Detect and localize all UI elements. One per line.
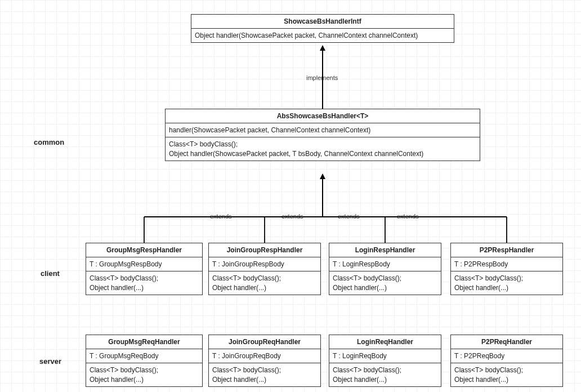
class-method: Class<T> bodyClass(); [454,366,559,375]
class-box-AbsShowcaseBsHandler: AbsShowcaseBsHandler<T> handler(Showcase… [165,109,480,161]
class-typeparam: T : LoginRespBody [329,257,441,271]
class-typeparam: T : JoinGroupRespBody [209,257,320,271]
class-method: Object handler(...) [454,283,559,292]
class-methods: Class<T> bodyClass(); Object handler(...… [209,271,320,294]
class-title: LoginReqHandler [329,335,441,349]
class-method: handler(ShowcasePacket packet, ChannelCo… [166,123,480,137]
class-method: Class<T> bodyClass(); [212,274,317,283]
edge-label-extends: extends [338,213,360,220]
class-typeparam: T : P2PRespBody [451,257,562,271]
class-abstract-methods: Class<T> bodyClass(); Object handler(Sho… [166,137,480,160]
class-methods: Class<T> bodyClass(); Object handler(...… [209,363,320,386]
class-method: Class<T> bodyClass(); [169,140,476,149]
diagram-canvas: common client server ShowcaseBsHandlerIn… [0,0,581,392]
class-title: GroupMsgReqHandler [86,335,202,349]
class-box-JoinGroupRespHandler: JoinGroupRespHandler T : JoinGroupRespBo… [208,243,321,295]
class-methods: Class<T> bodyClass(); Object handler(...… [329,363,441,386]
connector-overlay [0,0,581,392]
class-method: Object handler(...) [212,375,317,384]
class-box-JoinGroupReqHandler: JoinGroupReqHandler T : JoinGroupReqBody… [208,335,321,387]
class-method: Object handler(...) [90,283,199,292]
class-methods: Class<T> bodyClass(); Object handler(...… [451,271,562,294]
class-box-ShowcaseBsHandlerIntf: ShowcaseBsHandlerIntf Object handler(Sho… [191,14,454,43]
class-methods: Class<T> bodyClass(); Object handler(...… [451,363,562,386]
class-box-LoginReqHandler: LoginReqHandler T : LoginReqBody Class<T… [329,335,441,387]
class-method: Object handler(...) [90,375,199,384]
edge-label-extends: extends [397,213,419,220]
class-box-GroupMsgRespHandler: GroupMsgRespHandler T : GroupMsgRespBody… [86,243,203,295]
edge-label-implements: implements [306,74,338,81]
class-typeparam: T : P2PReqBody [451,349,562,363]
class-title: P2PRespHandler [451,243,562,257]
class-method: Class<T> bodyClass(); [90,366,199,375]
class-box-P2PReqHandler: P2PReqHandler T : P2PReqBody Class<T> bo… [450,335,563,387]
class-method: Class<T> bodyClass(); [90,274,199,283]
edge-label-extends: extends [281,213,303,220]
class-typeparam: T : GroupMsgReqBody [86,349,202,363]
class-title: JoinGroupRespHandler [209,243,320,257]
section-label-common: common [34,138,64,146]
class-method: Object handler(...) [333,283,437,292]
section-label-server: server [39,357,61,366]
class-title: P2PReqHandler [451,335,562,349]
class-method: Class<T> bodyClass(); [333,366,437,375]
edge-label-extends: extends [210,213,232,220]
class-typeparam: T : JoinGroupReqBody [209,349,320,363]
class-title: AbsShowcaseBsHandler<T> [166,109,480,123]
class-title: ShowcaseBsHandlerIntf [191,15,454,29]
class-box-LoginRespHandler: LoginRespHandler T : LoginRespBody Class… [329,243,441,295]
class-methods: Class<T> bodyClass(); Object handler(...… [86,363,202,386]
class-method: Class<T> bodyClass(); [454,274,559,283]
class-method: Class<T> bodyClass(); [212,366,317,375]
class-typeparam: T : LoginReqBody [329,349,441,363]
class-typeparam: T : GroupMsgRespBody [86,257,202,271]
class-method: Object handler(...) [212,283,317,292]
class-method: Object handler(ShowcasePacket packet, Ch… [191,29,454,42]
class-box-GroupMsgReqHandler: GroupMsgReqHandler T : GroupMsgReqBody C… [86,335,203,387]
class-box-P2PRespHandler: P2PRespHandler T : P2PRespBody Class<T> … [450,243,563,295]
class-title: JoinGroupReqHandler [209,335,320,349]
class-method: Class<T> bodyClass(); [333,274,437,283]
class-method: Object handler(...) [454,375,559,384]
class-title: LoginRespHandler [329,243,441,257]
section-label-client: client [41,269,60,278]
class-methods: Class<T> bodyClass(); Object handler(...… [329,271,441,294]
class-method: Object handler(ShowcasePacket packet, T … [169,149,476,158]
class-title: GroupMsgRespHandler [86,243,202,257]
class-method: Object handler(...) [333,375,437,384]
class-methods: Class<T> bodyClass(); Object handler(...… [86,271,202,294]
